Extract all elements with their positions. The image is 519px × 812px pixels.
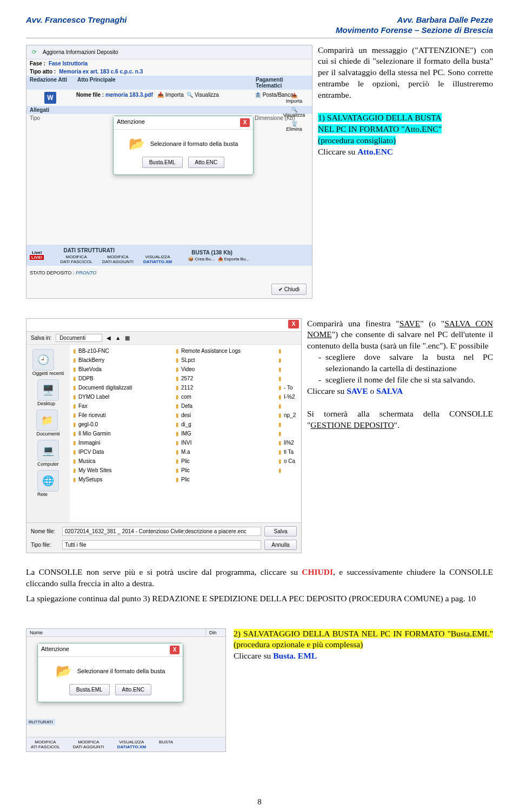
r-importa[interactable]: Importa [286,98,303,104]
chip-modifica-aggiunti[interactable]: MODIFICADATI AGGIUNTI [102,254,134,264]
mini-chip2[interactable]: MODIFICADATI AGGIUNTI [73,740,104,749]
file-item[interactable]: ▮desi [175,411,275,420]
documents-icon[interactable]: 📁 [36,410,58,431]
file-item[interactable]: ▮M.a [175,448,275,457]
salva-button[interactable]: Salva [264,526,297,536]
mc1b: ATI FASCICOL [31,744,60,749]
folder-icon: ▮ [73,394,76,400]
file-item[interactable]: ▮Musica [72,457,172,466]
file-item[interactable]: ▮ [277,374,299,383]
chip2a: MODIFICA [107,254,128,259]
chip2b: DATI AGGIUNTI [102,259,134,264]
mini-chip3[interactable]: VISUALIZZADATIATTO.XM [117,740,146,749]
file-item[interactable]: ▮li%2 [277,439,299,447]
mini-popup-close[interactable]: X [170,646,179,654]
file-item[interactable]: ▮Plic [175,475,275,484]
popup-body-text: Selezionare il formato della busta [150,140,238,147]
header-right-line1: Avv. Barbara Dalle Pezze [336,15,493,25]
file-item[interactable]: ▮File ricevuti [72,411,172,420]
visualizza-icon[interactable]: 🔍 [187,92,193,98]
nav-back-icon[interactable]: ◀ [107,335,111,341]
word-icon[interactable]: W [44,92,56,104]
file-item[interactable]: ▮BlueVoda [72,365,172,374]
file-item[interactable]: ▮Defa [175,402,275,411]
page-number: 8 [0,797,519,807]
folder-icon: ▮ [73,449,76,455]
file-item[interactable]: ▮INVI [175,439,275,447]
file-item[interactable]: ▮2572 [175,374,275,383]
file-item[interactable]: ▮ [277,356,299,365]
file-item[interactable]: ▮DYMO Label [72,393,172,401]
file-item[interactable]: ▮gegl-0.0 [72,420,172,429]
file-item[interactable]: ▮DDPB [72,374,172,383]
desktop-icon[interactable]: 🖥️ [37,379,59,401]
save-close-button[interactable]: X [288,320,299,328]
popup-close-button[interactable]: X [240,118,250,127]
file-item[interactable]: ▮Video [175,365,275,374]
file-item[interactable]: ▮IMG [175,430,275,438]
file-item[interactable]: ▮ [277,420,299,429]
file-item[interactable]: ▮ [277,347,299,355]
nomefile-input[interactable] [62,527,261,536]
salvain-value[interactable]: Documenti [56,334,102,342]
mini-busta-eml-button[interactable]: Busta.EML [69,684,110,695]
computer-icon[interactable]: 💻 [37,440,59,461]
file-item[interactable]: ▮ [277,402,299,411]
recent-icon[interactable]: 🕘 [32,349,54,371]
visualizza-label: Visualizza [195,92,219,98]
t3-busta-eml: Busta. EML [273,651,317,660]
folder-icon: ▮ [73,467,76,473]
busta-eml-button[interactable]: Busta.EML [142,157,183,168]
file-item[interactable]: ▮np_2 [277,411,299,420]
atto-enc-button[interactable]: Atto.ENC [188,157,225,168]
folder-icon: ▮ [278,449,282,455]
p-attenzione: Comparirà un messaggio ("ATTENZIONE") co… [318,45,493,102]
file-item[interactable]: ▮- To [277,384,299,392]
file-item[interactable]: ▮Remote Assistance Logs [175,347,275,355]
chip-visualizza-datiatto[interactable]: VISUALIZZADATIATTO.XM [143,254,172,264]
mini-chip1[interactable]: MODIFICAATI FASCICOL [31,740,60,749]
file-item[interactable]: ▮MySetups [72,475,172,484]
fase-label: Fase : [30,61,45,66]
r-elimina[interactable]: Elimina [286,126,302,132]
file-item[interactable]: ▮Plic [175,457,275,466]
file-item[interactable]: ▮o Ca [277,457,299,466]
esporta-busta[interactable]: 📤 Esporta Bu... [218,257,249,261]
folder-icon: ▮ [278,440,282,446]
file-item[interactable]: ▮Plic [175,466,275,475]
crea-busta[interactable]: 📦 Crea Bu... [188,257,214,261]
bp2: La spiegazione continua dal punto 3) RED… [26,593,493,605]
file-item[interactable]: ▮Fax [72,402,172,411]
annulla-button[interactable]: Annulla [264,540,297,550]
file-item[interactable]: ▮2112 [175,384,275,392]
importa-icon[interactable]: 📥 [157,92,164,98]
view-icon[interactable]: ▦ [125,335,130,341]
file-item[interactable]: ▮I-%2 [277,393,299,401]
mini-atto-enc-button[interactable]: Atto.ENC [115,684,152,695]
file-item[interactable]: ▮ [277,365,299,374]
header-rule [26,38,493,38]
file-item[interactable]: ▮My Web Sites [72,466,172,475]
file-item[interactable]: ▮com [175,393,275,401]
r-visualizza[interactable]: Visualizza [283,112,305,118]
tipofile-combo[interactable] [62,540,261,549]
chip-modifica-fascicolo[interactable]: MODIFICADATI FASCICOL [60,254,92,264]
file-item[interactable]: ▮ [277,466,299,475]
folder-icon: ▮ [278,458,282,464]
chiudi-button[interactable]: ✔ Chiudi [271,284,307,295]
network-icon[interactable]: 🌐 [37,470,59,492]
file-item[interactable]: ▮IPCV Data [72,448,172,457]
file-item[interactable]: ▮ [277,430,299,438]
file-item[interactable]: ▮di_g [175,420,275,429]
nav-up-icon[interactable]: ▲ [115,335,121,341]
file-list[interactable]: ▮BB-z10-FNC▮BlackBerry▮BlueVoda▮DDPB▮Doc… [70,345,301,535]
mc2a: MODIFICA [78,740,99,744]
file-item[interactable]: ▮BlackBerry [72,356,172,365]
file-item[interactable]: ▮Immagini [72,439,172,447]
file-item[interactable]: ▮SLpct [175,356,275,365]
file-item[interactable]: ▮Il Mio Garmin [72,430,172,438]
file-item[interactable]: ▮Documenti digitalizzati [72,384,172,392]
file-item[interactable]: ▮ti Ta [277,448,299,457]
mc4: BUSTA [159,740,173,744]
file-item[interactable]: ▮BB-z10-FNC [72,347,172,355]
